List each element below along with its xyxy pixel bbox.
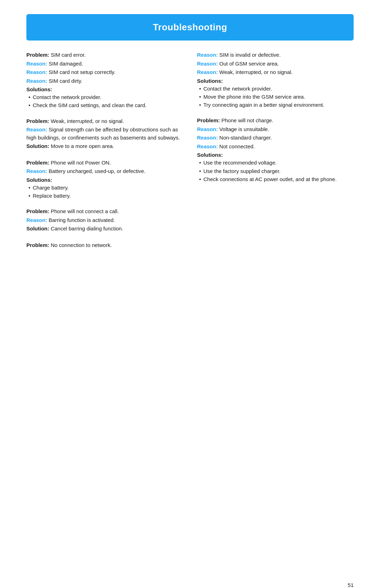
solution-item: Use the factory supplied charger. [199, 167, 354, 175]
reason-text: Signal strength can be affected by obstr… [26, 126, 180, 141]
problem-text: SIM card error. [51, 52, 86, 58]
reason-text: Barring function is activated. [49, 217, 115, 223]
problem-text: No connection to network. [51, 242, 112, 248]
solution-item: Contact the network provider. [28, 93, 183, 101]
reason-text: Out of GSM service area. [219, 61, 279, 67]
reason-text: Voltage is unsuitable. [219, 126, 269, 132]
solution-item: Try connecting again in a better signal … [199, 101, 354, 109]
reason-label: Reason: [26, 217, 47, 223]
solution-item: Check the SIM card settings, and clean t… [28, 101, 183, 109]
solutions-list: Charge battery. Replace battery. [26, 184, 183, 200]
solutions-label: Solutions: [26, 177, 183, 183]
problem-sim-error-line: Problem: SIM card error. [26, 51, 183, 59]
problem-block-weak-signal: Problem: Weak, interrupted, or no signal… [26, 117, 183, 151]
reason-not-connected: Reason: Not connected. [197, 143, 354, 151]
solution-item: Contact the network provider. [199, 85, 354, 93]
reason-text: SIM damaged. [49, 61, 83, 67]
problem-block-sim-invalid: Reason: SIM is invalid or defective. Rea… [197, 51, 354, 109]
solution-open-area: Solution: Move to a more open area. [26, 142, 183, 150]
header-bar: Troubleshooting [26, 14, 354, 41]
solution-text: Move to a more open area. [51, 143, 114, 149]
problem-text: Phone will not Power ON. [51, 160, 111, 166]
reason-weak-interrupted: Reason: Weak, interrupted, or no signal. [197, 68, 354, 76]
reason-sim-invalid: Reason: SIM is invalid or defective. [197, 51, 354, 59]
left-column: Problem: SIM card error. Reason: SIM dam… [26, 51, 183, 258]
problem-label: Problem: [26, 118, 49, 124]
problem-connect-call-line: Problem: Phone will not connect a call. [26, 208, 183, 216]
problem-text: Phone will not charge. [221, 117, 273, 123]
problem-block-connect-call: Problem: Phone will not connect a call. … [26, 208, 183, 234]
problem-block-sim-error: Problem: SIM card error. Reason: SIM dam… [26, 51, 183, 110]
problem-label: Problem: [197, 117, 220, 123]
reason-signal-strength: Reason: Signal strength can be affected … [26, 126, 183, 142]
problem-label: Problem: [26, 52, 49, 58]
problem-label: Problem: [26, 208, 49, 214]
reason-label: Reason: [26, 69, 47, 75]
solution-text: Cancel barring dialing function. [51, 225, 123, 231]
reason-label: Reason: [26, 126, 47, 132]
reason-text: Not connected. [219, 143, 255, 149]
reason-battery: Reason: Battery uncharged, used-up, or d… [26, 167, 183, 175]
solution-item: Charge battery. [28, 184, 183, 192]
reason-label: Reason: [197, 69, 218, 75]
reason-label: Reason: [197, 135, 218, 141]
reason-label: Reason: [197, 143, 218, 149]
reason-sim-damaged: Reason: SIM damaged. [26, 60, 183, 68]
reason-sim-dirty: Reason: SIM card dirty. [26, 77, 183, 85]
problem-label: Problem: [26, 242, 49, 248]
page-number: 51 [348, 582, 354, 588]
page-container: Troubleshooting Problem: SIM card error.… [0, 14, 380, 588]
solutions-list: Contact the network provider. Check the … [26, 93, 183, 110]
reason-label: Reason: [26, 61, 47, 67]
reason-label: Reason: [26, 168, 47, 174]
reason-label: Reason: [26, 78, 47, 84]
solutions-list: Use the recommended voltage. Use the fac… [197, 159, 354, 183]
reason-barring: Reason: Barring function is activated. [26, 216, 183, 224]
content-area: Problem: SIM card error. Reason: SIM dam… [26, 51, 354, 258]
problem-block-no-network: Problem: No connection to network. [26, 241, 183, 250]
reason-text: Non-standard charger. [219, 135, 272, 141]
reason-voltage: Reason: Voltage is unsuitable. [197, 125, 354, 134]
reason-label: Reason: [197, 61, 218, 67]
problem-block-charge: Problem: Phone will not charge. Reason: … [197, 117, 354, 183]
solution-label: Solution: [26, 225, 49, 231]
solution-label: Solution: [26, 143, 49, 149]
solution-barring: Solution: Cancel barring dialing functio… [26, 225, 183, 233]
reason-label: Reason: [197, 52, 218, 58]
solution-item: Use the recommended voltage. [199, 159, 354, 167]
reason-sim-setup: Reason: SIM card not setup correctly. [26, 68, 183, 76]
reason-text: SIM is invalid or defective. [219, 52, 280, 58]
reason-label: Reason: [197, 126, 218, 132]
problem-text: Weak, interrupted, or no signal. [51, 118, 124, 124]
solution-item: Check connections at AC power outlet, an… [199, 175, 354, 183]
page-title: Troubleshooting [153, 22, 227, 32]
solution-item: Replace battery. [28, 192, 183, 200]
solutions-label: Solutions: [197, 152, 354, 158]
problem-weak-signal-line: Problem: Weak, interrupted, or no signal… [26, 117, 183, 125]
problem-label: Problem: [26, 160, 49, 166]
reason-text: SIM card not setup correctly. [49, 69, 115, 75]
reason-nonstandard-charger: Reason: Non-standard charger. [197, 134, 354, 142]
problem-no-network-line: Problem: No connection to network. [26, 241, 183, 249]
reason-text: Weak, interrupted, or no signal. [219, 69, 292, 75]
solutions-label: Solutions: [197, 78, 354, 84]
solutions-list: Contact the network provider. Move the p… [197, 85, 354, 109]
problem-block-power-on: Problem: Phone will not Power ON. Reason… [26, 159, 183, 200]
problem-text: Phone will not connect a call. [51, 208, 119, 214]
problem-power-on-line: Problem: Phone will not Power ON. [26, 159, 183, 167]
reason-gsm-area: Reason: Out of GSM service area. [197, 60, 354, 68]
reason-text: Battery uncharged, used-up, or defective… [49, 168, 145, 174]
reason-text: SIM card dirty. [49, 78, 82, 84]
solutions-label: Solutions: [26, 86, 183, 92]
problem-charge-line: Problem: Phone will not charge. [197, 117, 354, 125]
solution-item: Move the phone into the GSM service area… [199, 93, 354, 101]
right-column: Reason: SIM is invalid or defective. Rea… [197, 51, 354, 258]
